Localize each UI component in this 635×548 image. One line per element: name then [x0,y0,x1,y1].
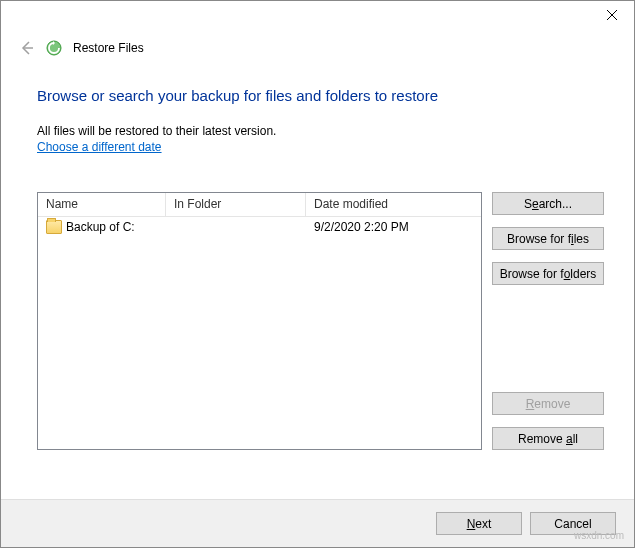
col-date[interactable]: Date modified [306,193,481,216]
col-name[interactable]: Name [38,193,166,216]
main-row: Name In Folder Date modified Backup of C… [37,192,604,450]
list-header: Name In Folder Date modified [38,193,481,217]
col-folder[interactable]: In Folder [166,193,306,216]
back-button[interactable] [19,40,35,56]
close-icon [607,10,617,20]
remove-all-button[interactable]: Remove all [492,427,604,450]
content-area: Browse or search your backup for files a… [37,87,604,450]
instruction-heading: Browse or search your backup for files a… [37,87,604,104]
subtext: All files will be restored to their late… [37,124,604,138]
back-arrow-icon [19,40,35,56]
choose-date-link[interactable]: Choose a different date [37,140,162,154]
remove-button: Remove [492,392,604,415]
search-button[interactable]: Search... [492,192,604,215]
item-date: 9/2/2020 2:20 PM [306,220,481,234]
restore-icon [45,39,63,57]
browse-files-button[interactable]: Browse for files [492,227,604,250]
file-list[interactable]: Name In Folder Date modified Backup of C… [37,192,482,450]
footer: Next Cancel [1,499,634,547]
next-button[interactable]: Next [436,512,522,535]
browse-folders-button[interactable]: Browse for folders [492,262,604,285]
titlebar [1,1,634,33]
list-item[interactable]: Backup of C: 9/2/2020 2:20 PM [38,217,481,237]
side-buttons: Search... Browse for files Browse for fo… [492,192,604,450]
cancel-button[interactable]: Cancel [530,512,616,535]
item-name: Backup of C: [66,220,135,234]
nav-row: Restore Files [19,39,144,57]
wizard-title: Restore Files [73,41,144,55]
folder-icon [46,220,62,234]
close-button[interactable] [589,1,634,29]
